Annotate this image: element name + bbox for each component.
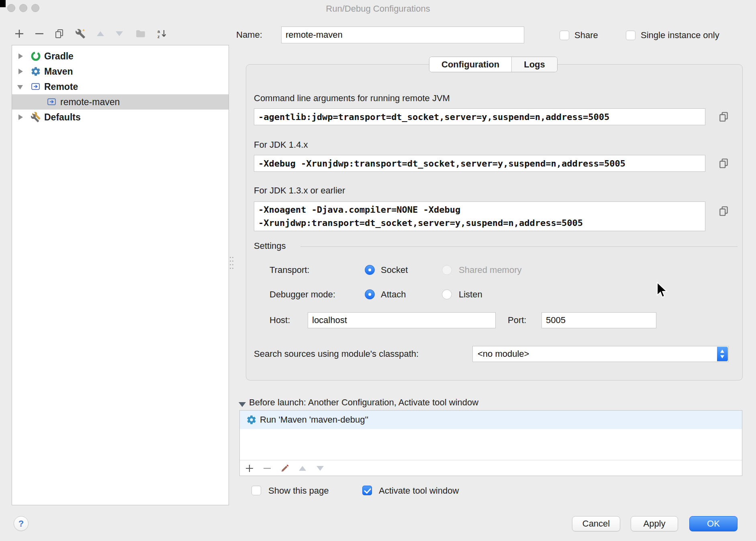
cmdline-args-label: Command line arguments for running remot… bbox=[254, 93, 450, 104]
before-launch-list: Run 'Maven 'maven-debug'' bbox=[239, 410, 742, 476]
before-launch-remove-button[interactable] bbox=[261, 462, 274, 475]
cmdline-args-input[interactable] bbox=[254, 108, 705, 125]
debugger-listen-label[interactable]: Listen bbox=[459, 289, 482, 300]
splitter-handle[interactable] bbox=[230, 257, 234, 275]
classpath-label: Search sources using module's classpath: bbox=[254, 349, 419, 359]
tab-logs[interactable]: Logs bbox=[511, 57, 557, 72]
remove-icon bbox=[34, 28, 45, 39]
svg-text:z: z bbox=[157, 34, 160, 39]
remote-config-icon bbox=[31, 81, 41, 92]
activate-tool-window-label[interactable]: Activate tool window bbox=[379, 486, 459, 496]
copy-jdk13-button[interactable] bbox=[717, 204, 731, 218]
debugger-attach-label[interactable]: Attach bbox=[381, 289, 406, 300]
edit-pencil-icon bbox=[280, 464, 289, 473]
transport-shared-memory-radio[interactable] bbox=[442, 265, 452, 275]
apply-button[interactable]: Apply bbox=[631, 516, 678, 531]
edit-defaults-button[interactable] bbox=[74, 27, 87, 40]
before-launch-item[interactable]: Run 'Maven 'maven-debug'' bbox=[240, 411, 742, 429]
share-checkbox[interactable] bbox=[560, 31, 569, 40]
module-classpath-select[interactable]: <no module> bbox=[472, 346, 729, 362]
before-launch-toolbar bbox=[240, 460, 742, 476]
gradle-icon bbox=[31, 51, 41, 61]
tree-item-label: Gradle bbox=[44, 51, 74, 61]
copy-cmdline-button[interactable] bbox=[717, 110, 731, 124]
show-this-page-label[interactable]: Show this page bbox=[268, 486, 329, 496]
before-launch-add-button[interactable] bbox=[243, 462, 256, 475]
select-stepper-icon bbox=[717, 347, 728, 361]
tree-item-label: Defaults bbox=[44, 112, 81, 122]
config-tabs: Configuration Logs bbox=[429, 57, 558, 72]
host-input[interactable] bbox=[308, 312, 496, 328]
create-folder-button[interactable] bbox=[134, 27, 147, 40]
jdk13-label: For JDK 1.3.x or earlier bbox=[254, 185, 345, 196]
jdk13-args-input[interactable]: -Xnoagent -Djava.compiler=NONE -Xdebug -… bbox=[254, 201, 705, 231]
debugger-listen-radio[interactable] bbox=[442, 289, 452, 299]
tab-configuration[interactable]: Configuration bbox=[429, 57, 511, 72]
remote-config-icon bbox=[47, 97, 57, 107]
before-launch-item-label: Run 'Maven 'maven-debug'' bbox=[260, 415, 368, 425]
tree-item-defaults[interactable]: Defaults bbox=[12, 110, 229, 125]
move-down-icon bbox=[317, 466, 324, 471]
single-instance-label: Single instance only bbox=[641, 30, 719, 41]
tree-item-remote[interactable]: Remote bbox=[12, 79, 229, 94]
folder-icon bbox=[135, 28, 146, 39]
copy-jdk14-button[interactable] bbox=[717, 156, 731, 171]
remove-configuration-button[interactable] bbox=[33, 27, 46, 40]
chevron-right-icon[interactable] bbox=[18, 53, 23, 59]
jdk14-label: For JDK 1.4.x bbox=[254, 140, 308, 150]
debugger-mode-label: Debugger mode: bbox=[270, 289, 335, 300]
tree-item-label: remote-maven bbox=[60, 97, 120, 107]
before-launch-edit-button[interactable] bbox=[278, 462, 291, 475]
add-configuration-button[interactable] bbox=[13, 27, 26, 40]
name-label: Name: bbox=[236, 30, 262, 40]
window-title: Run/Debug Configurations bbox=[0, 4, 756, 14]
copy-icon bbox=[54, 28, 65, 39]
transport-socket-radio[interactable] bbox=[365, 265, 375, 275]
run-debug-configurations-dialog: Run/Debug Configurations a z bbox=[0, 0, 756, 541]
transport-socket-label[interactable]: Socket bbox=[381, 265, 408, 275]
sort-alpha-icon: a z bbox=[157, 28, 167, 39]
defaults-wrenches-icon bbox=[31, 112, 41, 122]
chevron-right-icon[interactable] bbox=[18, 69, 23, 74]
copy-icon bbox=[718, 205, 729, 217]
edit-defaults-wrench-icon bbox=[75, 28, 86, 39]
tree-item-label: Remote bbox=[44, 81, 78, 92]
single-instance-checkbox[interactable] bbox=[626, 31, 635, 40]
chevron-down-icon[interactable] bbox=[17, 85, 23, 89]
port-input[interactable] bbox=[541, 312, 656, 328]
chevron-right-icon[interactable] bbox=[18, 114, 23, 120]
show-this-page-checkbox[interactable] bbox=[251, 486, 261, 495]
name-input[interactable] bbox=[281, 26, 524, 43]
transport-label: Transport: bbox=[270, 265, 309, 275]
debugger-attach-radio[interactable] bbox=[365, 289, 375, 299]
copy-configuration-button[interactable] bbox=[53, 27, 66, 40]
move-up-button[interactable] bbox=[94, 27, 107, 40]
transport-shared-memory-label: Shared memory bbox=[459, 265, 522, 275]
sort-configurations-button[interactable]: a z bbox=[155, 27, 168, 40]
tree-item-gradle[interactable]: Gradle bbox=[12, 49, 229, 64]
move-down-button[interactable] bbox=[113, 27, 126, 40]
tree-item-maven[interactable]: Maven bbox=[12, 64, 229, 79]
share-label: Share bbox=[574, 30, 598, 41]
module-classpath-value: <no module> bbox=[478, 349, 529, 359]
title-bar: Run/Debug Configurations bbox=[0, 0, 756, 18]
activate-tool-window-checkbox[interactable] bbox=[362, 486, 372, 495]
mouse-cursor bbox=[656, 282, 669, 301]
move-up-icon bbox=[299, 466, 306, 471]
ok-button[interactable]: OK bbox=[689, 516, 738, 531]
before-launch-collapse-icon[interactable] bbox=[239, 402, 246, 407]
cancel-button[interactable]: Cancel bbox=[572, 516, 620, 531]
configurations-tree: Gradle Maven Remote remote-maven bbox=[12, 45, 229, 505]
run-configuration-gear-icon bbox=[246, 415, 257, 425]
tree-item-label: Maven bbox=[44, 66, 73, 77]
remove-icon bbox=[263, 464, 272, 473]
copy-icon bbox=[718, 158, 729, 169]
copy-icon bbox=[718, 111, 729, 122]
tree-item-remote-maven[interactable]: remote-maven bbox=[12, 94, 229, 110]
before-launch-move-up-button[interactable] bbox=[296, 462, 309, 475]
settings-divider bbox=[300, 246, 738, 247]
move-up-icon bbox=[97, 31, 104, 36]
jdk14-args-input[interactable] bbox=[254, 155, 705, 172]
help-button[interactable]: ? bbox=[14, 516, 29, 531]
before-launch-move-down-button[interactable] bbox=[314, 462, 327, 475]
